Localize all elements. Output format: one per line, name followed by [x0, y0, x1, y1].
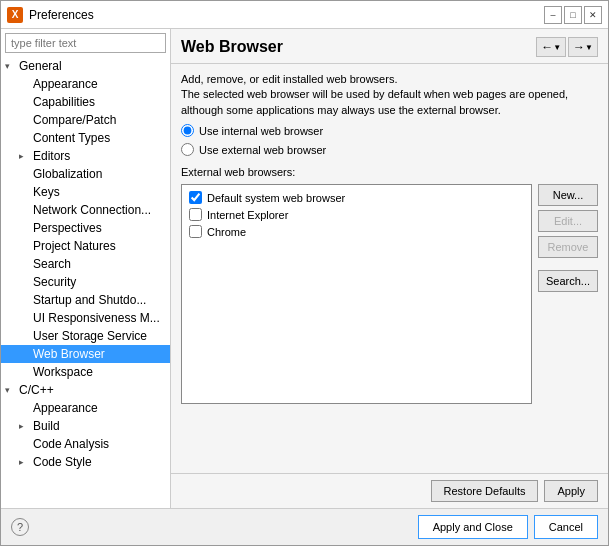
- tree-item-globalization[interactable]: Globalization: [1, 165, 170, 183]
- desc-line2: The selected web browser will be used by…: [181, 87, 598, 102]
- cancel-button[interactable]: Cancel: [534, 515, 598, 539]
- radio-external[interactable]: Use external web browser: [181, 143, 598, 156]
- tree-item-ui-responsiveness[interactable]: UI Responsiveness M...: [1, 309, 170, 327]
- edit-button[interactable]: Edit...: [538, 210, 598, 232]
- external-browsers-label: External web browsers:: [181, 166, 598, 178]
- tree-item-startup-shutdown[interactable]: Startup and Shutdo...: [1, 291, 170, 309]
- right-body: Add, remove, or edit installed web brows…: [171, 64, 608, 473]
- tree-item-capabilities[interactable]: Capabilities: [1, 93, 170, 111]
- back-button[interactable]: ← ▼: [536, 37, 566, 57]
- right-footer: Restore Defaults Apply: [171, 473, 608, 508]
- left-panel: ▾GeneralAppearanceCapabilitiesCompare/Pa…: [1, 29, 171, 508]
- tree-label-general: General: [19, 59, 62, 73]
- apply-and-close-button[interactable]: Apply and Close: [418, 515, 528, 539]
- forward-dropdown-icon: ▼: [585, 43, 593, 52]
- tree-item-workspace[interactable]: Workspace: [1, 363, 170, 381]
- tree-item-general[interactable]: ▾General: [1, 57, 170, 75]
- tree-label-c-cpp: C/C++: [19, 383, 54, 397]
- tree-label-security: Security: [33, 275, 76, 289]
- remove-button[interactable]: Remove: [538, 236, 598, 258]
- tree-item-appearance[interactable]: Appearance: [1, 75, 170, 93]
- tree-item-editors[interactable]: ▸Editors: [1, 147, 170, 165]
- tree-item-build[interactable]: ▸Build: [1, 417, 170, 435]
- window-title: Preferences: [29, 8, 94, 22]
- browser-label-internet-explorer: Internet Explorer: [207, 209, 288, 221]
- minimize-button[interactable]: –: [544, 6, 562, 24]
- browser-list: Default system web browserInternet Explo…: [181, 184, 532, 404]
- tree-item-user-storage-service[interactable]: User Storage Service: [1, 327, 170, 345]
- tree-item-c-cpp[interactable]: ▾C/C++: [1, 381, 170, 399]
- browser-buttons: New... Edit... Remove Search...: [538, 184, 598, 465]
- tree-label-code-analysis: Code Analysis: [33, 437, 109, 451]
- tree-label-globalization: Globalization: [33, 167, 102, 181]
- back-dropdown-icon: ▼: [553, 43, 561, 52]
- browser-item-internet-explorer[interactable]: Internet Explorer: [186, 206, 527, 223]
- tree-item-code-analysis[interactable]: Code Analysis: [1, 435, 170, 453]
- browser-label-default-system: Default system web browser: [207, 192, 345, 204]
- tree-label-compare-patch: Compare/Patch: [33, 113, 116, 127]
- tree-label-startup-shutdown: Startup and Shutdo...: [33, 293, 146, 307]
- app-icon: X: [7, 7, 23, 23]
- desc-line1: Add, remove, or edit installed web brows…: [181, 72, 598, 87]
- tree-item-keys[interactable]: Keys: [1, 183, 170, 201]
- browser-checkbox-internet-explorer[interactable]: [189, 208, 202, 221]
- tree-item-security[interactable]: Security: [1, 273, 170, 291]
- right-panel: Web Browser ← ▼ → ▼ Add, remove, or edit…: [171, 29, 608, 508]
- right-header: Web Browser ← ▼ → ▼: [171, 29, 608, 64]
- maximize-button[interactable]: □: [564, 6, 582, 24]
- radio-external-input[interactable]: [181, 143, 194, 156]
- preferences-window: X Preferences – □ ✕ ▾GeneralAppearanceCa…: [0, 0, 609, 546]
- tree-item-project-natures[interactable]: Project Natures: [1, 237, 170, 255]
- filter-input[interactable]: [5, 33, 166, 53]
- tree-item-network-connections[interactable]: Network Connection...: [1, 201, 170, 219]
- new-button[interactable]: New...: [538, 184, 598, 206]
- apply-button[interactable]: Apply: [544, 480, 598, 502]
- tree-view: ▾GeneralAppearanceCapabilitiesCompare/Pa…: [1, 57, 170, 508]
- tree-label-perspectives: Perspectives: [33, 221, 102, 235]
- forward-icon: →: [573, 40, 585, 54]
- title-bar: X Preferences – □ ✕: [1, 1, 608, 29]
- tree-item-cpp-appearance[interactable]: Appearance: [1, 399, 170, 417]
- tree-label-build: Build: [33, 419, 60, 433]
- tree-label-capabilities: Capabilities: [33, 95, 95, 109]
- window-footer: ? Apply and Close Cancel: [1, 508, 608, 545]
- desc-line3: although some applications may always us…: [181, 103, 598, 118]
- tree-item-compare-patch[interactable]: Compare/Patch: [1, 111, 170, 129]
- close-button[interactable]: ✕: [584, 6, 602, 24]
- tree-label-network-connections: Network Connection...: [33, 203, 151, 217]
- tree-arrow-c-cpp: ▾: [5, 385, 19, 395]
- tree-label-cpp-appearance: Appearance: [33, 401, 98, 415]
- tree-label-project-natures: Project Natures: [33, 239, 116, 253]
- search-button[interactable]: Search...: [538, 270, 598, 292]
- tree-label-appearance: Appearance: [33, 77, 98, 91]
- browser-checkbox-default-system[interactable]: [189, 191, 202, 204]
- footer-right: Apply and Close Cancel: [418, 515, 598, 539]
- radio-internal[interactable]: Use internal web browser: [181, 124, 598, 137]
- restore-defaults-button[interactable]: Restore Defaults: [431, 480, 539, 502]
- browser-checkbox-chrome[interactable]: [189, 225, 202, 238]
- window-controls: – □ ✕: [544, 6, 602, 24]
- tree-item-search[interactable]: Search: [1, 255, 170, 273]
- tree-arrow-code-style: ▸: [19, 457, 33, 467]
- tree-label-web-browser: Web Browser: [33, 347, 105, 361]
- tree-item-perspectives[interactable]: Perspectives: [1, 219, 170, 237]
- radio-internal-label: Use internal web browser: [199, 125, 323, 137]
- tree-arrow-general: ▾: [5, 61, 19, 71]
- toolbar-icons: ← ▼ → ▼: [536, 37, 598, 57]
- browser-item-default-system[interactable]: Default system web browser: [186, 189, 527, 206]
- tree-item-code-style[interactable]: ▸Code Style: [1, 453, 170, 471]
- tree-arrow-build: ▸: [19, 421, 33, 431]
- tree-label-workspace: Workspace: [33, 365, 93, 379]
- tree-label-code-style: Code Style: [33, 455, 92, 469]
- back-icon: ←: [541, 40, 553, 54]
- tree-item-web-browser[interactable]: Web Browser: [1, 345, 170, 363]
- radio-internal-input[interactable]: [181, 124, 194, 137]
- browser-item-chrome[interactable]: Chrome: [186, 223, 527, 240]
- browsers-container: Default system web browserInternet Explo…: [181, 184, 598, 465]
- tree-label-content-types: Content Types: [33, 131, 110, 145]
- tree-label-search: Search: [33, 257, 71, 271]
- forward-button[interactable]: → ▼: [568, 37, 598, 57]
- tree-item-content-types[interactable]: Content Types: [1, 129, 170, 147]
- help-button[interactable]: ?: [11, 518, 29, 536]
- tree-label-user-storage-service: User Storage Service: [33, 329, 147, 343]
